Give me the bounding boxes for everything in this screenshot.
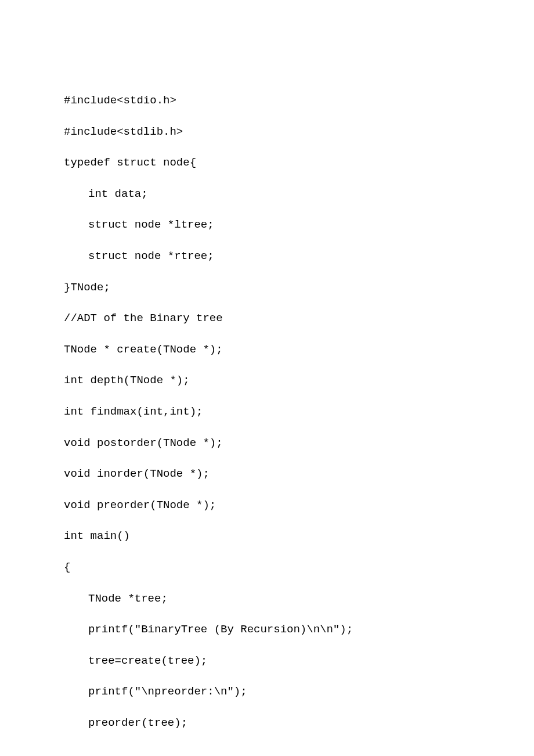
code-document: #include<stdio.h> #include<stdlib.h> typ… — [0, 0, 534, 756]
code-line: #include<stdio.h> — [64, 93, 470, 109]
code-line: int data; — [64, 186, 470, 202]
code-line: TNode *tree; — [64, 591, 470, 607]
code-line: printf("BinaryTree (By Recursion)\n\n"); — [64, 622, 470, 638]
code-line: struct node *rtree; — [64, 249, 470, 264]
code-line: printf("\npreorder:\n"); — [64, 684, 470, 700]
code-line: typedef struct node{ — [64, 155, 470, 171]
code-line: int findmax(int,int); — [64, 404, 470, 420]
code-line: void preorder(TNode *); — [64, 498, 470, 513]
code-line: }TNode; — [64, 280, 470, 296]
code-line: TNode * create(TNode *); — [64, 342, 470, 358]
code-line: int depth(TNode *); — [64, 373, 470, 388]
code-line: void inorder(TNode *); — [64, 466, 470, 482]
code-line: void postorder(TNode *); — [64, 435, 470, 451]
code-line: int main() — [64, 528, 470, 544]
code-line: { — [64, 560, 470, 575]
code-line: tree=create(tree); — [64, 653, 470, 669]
code-line: #include<stdlib.h> — [64, 124, 470, 140]
code-line: struct node *ltree; — [64, 217, 470, 233]
code-line: //ADT of the Binary tree — [64, 311, 470, 326]
code-line: preorder(tree); — [64, 715, 470, 731]
